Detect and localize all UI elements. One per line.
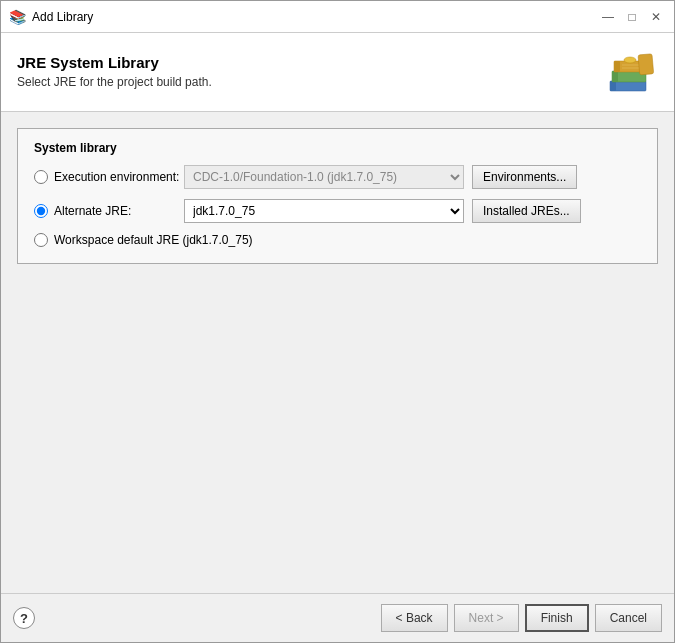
dialog: 📚 Add Library — □ ✕ JRE System Library S…	[0, 0, 675, 643]
svg-rect-1	[610, 81, 616, 91]
close-button[interactable]: ✕	[646, 7, 666, 27]
execution-env-radio[interactable]	[34, 170, 48, 184]
execution-env-row: Execution environment: CDC-1.0/Foundatio…	[34, 165, 641, 189]
titlebar-controls: — □ ✕	[598, 7, 666, 27]
footer-left: ?	[13, 607, 35, 629]
maximize-button[interactable]: □	[622, 7, 642, 27]
minimize-button[interactable]: —	[598, 7, 618, 27]
execution-env-select[interactable]: CDC-1.0/Foundation-1.0 (jdk1.7.0_75)	[184, 165, 464, 189]
next-button[interactable]: Next >	[454, 604, 519, 632]
titlebar-title: Add Library	[32, 10, 93, 24]
svg-rect-5	[614, 61, 620, 72]
page-title: JRE System Library	[17, 54, 212, 71]
finish-button[interactable]: Finish	[525, 604, 589, 632]
execution-env-label: Execution environment:	[54, 170, 184, 184]
svg-point-8	[624, 57, 636, 63]
back-button[interactable]: < Back	[381, 604, 448, 632]
alternate-jre-row: Alternate JRE: jdk1.7.0_75 Installed JRE…	[34, 199, 641, 223]
header: JRE System Library Select JRE for the pr…	[1, 33, 674, 112]
titlebar-icon: 📚	[9, 9, 26, 25]
svg-rect-9	[638, 54, 654, 75]
group-title: System library	[34, 141, 641, 155]
library-icon	[606, 45, 658, 97]
environments-button[interactable]: Environments...	[472, 165, 577, 189]
header-text: JRE System Library Select JRE for the pr…	[17, 54, 212, 89]
titlebar: 📚 Add Library — □ ✕	[1, 1, 674, 33]
workspace-jre-radio[interactable]	[34, 233, 48, 247]
help-button[interactable]: ?	[13, 607, 35, 629]
page-subtitle: Select JRE for the project build path.	[17, 75, 212, 89]
alternate-jre-label: Alternate JRE:	[54, 204, 184, 218]
content: System library Execution environment: CD…	[1, 112, 674, 593]
workspace-jre-label: Workspace default JRE (jdk1.7.0_75)	[54, 233, 253, 247]
svg-rect-3	[612, 71, 618, 82]
installed-jres-button[interactable]: Installed JREs...	[472, 199, 581, 223]
cancel-button[interactable]: Cancel	[595, 604, 662, 632]
footer-right: < Back Next > Finish Cancel	[381, 604, 662, 632]
system-library-group: System library Execution environment: CD…	[17, 128, 658, 264]
alternate-jre-radio[interactable]	[34, 204, 48, 218]
header-icon	[606, 45, 658, 97]
workspace-jre-row: Workspace default JRE (jdk1.7.0_75)	[34, 233, 641, 247]
alternate-jre-select[interactable]: jdk1.7.0_75	[184, 199, 464, 223]
titlebar-left: 📚 Add Library	[9, 9, 93, 25]
footer: ? < Back Next > Finish Cancel	[1, 593, 674, 642]
